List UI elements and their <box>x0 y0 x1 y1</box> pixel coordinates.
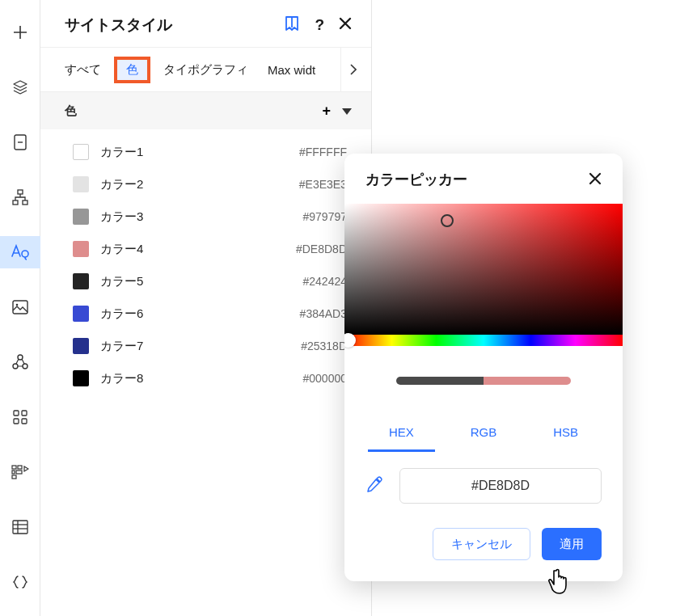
color-row[interactable]: カラー1#FFFFFF <box>40 136 371 168</box>
color-hex: #25318D <box>301 340 347 352</box>
svg-rect-2 <box>18 190 23 194</box>
grid-icon[interactable] <box>0 401 40 433</box>
svg-rect-15 <box>12 466 16 469</box>
tabs-scroll-right[interactable] <box>340 48 365 91</box>
tab-color[interactable]: 色 <box>114 57 150 83</box>
color-name: カラー1 <box>100 145 288 160</box>
panel-header: サイトスタイル ? <box>40 0 371 47</box>
svg-point-10 <box>23 364 27 369</box>
color-list: カラー1#FFFFFFカラー2#E3E3E3カラー3#979797カラー4#DE… <box>40 129 371 401</box>
color-name: カラー8 <box>100 371 291 386</box>
svg-point-9 <box>13 364 18 369</box>
cancel-button[interactable]: キャンセル <box>433 528 530 560</box>
color-swatch <box>73 306 89 322</box>
collapse-icon[interactable] <box>342 103 352 118</box>
code-icon[interactable] <box>0 566 40 598</box>
hex-input[interactable] <box>399 468 602 504</box>
add-icon[interactable] <box>0 16 40 49</box>
svg-rect-3 <box>13 200 18 205</box>
add-color-icon[interactable]: + <box>322 103 331 120</box>
hue-slider[interactable] <box>344 335 623 346</box>
tab-all[interactable]: すべて <box>58 57 108 82</box>
eyedropper-icon[interactable] <box>365 475 383 496</box>
close-icon[interactable] <box>339 17 352 33</box>
picker-close-button[interactable] <box>589 171 602 189</box>
color-swatch <box>73 370 89 386</box>
color-hex: #FFFFFF <box>299 146 347 158</box>
color-swatch <box>73 273 89 289</box>
table-icon[interactable] <box>0 511 40 543</box>
svg-rect-11 <box>14 411 19 416</box>
svg-rect-20 <box>13 521 27 534</box>
format-tabs: HEX RGB HSB <box>344 419 623 445</box>
color-hex: #979797 <box>302 210 347 223</box>
animation-icon[interactable] <box>0 456 40 488</box>
sv-cursor[interactable] <box>441 214 454 227</box>
style-panel: サイトスタイル ? すべて 色 タイポグラフィ Max widt 色 + カラー… <box>40 0 372 616</box>
sitemap-icon[interactable] <box>0 181 40 213</box>
color-row[interactable]: カラー5#242424 <box>40 265 371 297</box>
svg-rect-17 <box>12 470 15 474</box>
saturation-value-area[interactable] <box>344 204 623 335</box>
svg-point-5 <box>22 251 28 257</box>
color-swatch <box>73 338 89 354</box>
color-hex: #000000 <box>302 372 347 385</box>
section-title: 色 <box>65 103 77 119</box>
color-hex: #242424 <box>302 275 347 288</box>
svg-rect-6 <box>13 301 27 314</box>
color-swatch <box>73 176 89 192</box>
tab-maxwidth[interactable]: Max widt <box>261 58 322 82</box>
svg-rect-18 <box>16 470 22 474</box>
image-icon[interactable] <box>0 291 40 323</box>
svg-rect-16 <box>18 466 22 469</box>
hue-cursor[interactable] <box>344 333 356 348</box>
color-name: カラー3 <box>100 209 291 225</box>
format-tab-rgb[interactable]: RGB <box>456 419 512 445</box>
color-hex: #E3E3E3 <box>299 178 347 191</box>
layers-icon[interactable] <box>0 71 40 103</box>
help-icon[interactable]: ? <box>315 16 324 34</box>
color-row[interactable]: カラー8#000000 <box>40 362 371 394</box>
bookmark-icon[interactable] <box>284 15 300 35</box>
color-row[interactable]: カラー3#979797 <box>40 200 371 233</box>
apply-button[interactable]: 適用 <box>542 528 602 560</box>
opacity-slider[interactable] <box>396 377 571 385</box>
color-section-header: 色 + <box>40 92 371 129</box>
color-hex: #DE8D8D <box>296 243 347 255</box>
svg-rect-4 <box>23 200 27 205</box>
format-tab-hex[interactable]: HEX <box>374 419 429 445</box>
color-swatch <box>73 144 89 160</box>
picker-title: カラーピッカー <box>365 170 467 189</box>
page-icon[interactable] <box>0 126 40 158</box>
color-row[interactable]: カラー6#384AD3 <box>40 297 371 330</box>
left-rail <box>0 0 40 616</box>
color-name: カラー2 <box>100 177 288 192</box>
color-picker-dialog: カラーピッカー HEX RGB HSB キャンセル 適用 <box>344 154 623 581</box>
filter-tabs: すべて 色 タイポグラフィ Max widt <box>40 47 371 92</box>
apps-icon[interactable] <box>0 346 40 378</box>
color-swatch <box>73 241 89 257</box>
svg-rect-14 <box>22 419 27 424</box>
color-name: カラー6 <box>100 306 289 322</box>
color-row[interactable]: カラー4#DE8D8D <box>40 233 371 265</box>
color-hex: #384AD3 <box>300 307 347 320</box>
svg-rect-12 <box>22 411 27 416</box>
style-icon[interactable] <box>0 236 40 268</box>
svg-point-7 <box>15 304 18 306</box>
svg-rect-19 <box>12 475 16 479</box>
svg-rect-13 <box>14 419 19 424</box>
format-tab-hsb[interactable]: HSB <box>539 419 593 445</box>
color-name: カラー7 <box>100 339 289 354</box>
tab-typography[interactable]: タイポグラフィ <box>157 57 255 82</box>
color-name: カラー5 <box>100 274 291 289</box>
color-swatch <box>73 209 89 225</box>
color-row[interactable]: カラー7#25318D <box>40 330 371 362</box>
color-name: カラー4 <box>100 242 285 257</box>
panel-title: サイトスタイル <box>65 15 172 36</box>
color-row[interactable]: カラー2#E3E3E3 <box>40 168 371 200</box>
